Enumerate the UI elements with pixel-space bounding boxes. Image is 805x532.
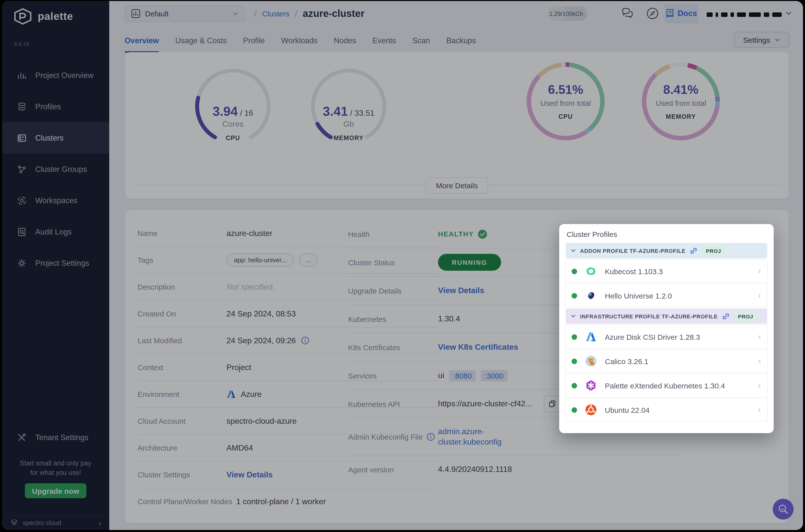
- chevron-right-icon: ›: [758, 290, 761, 301]
- popup-body: ADDON PROFILE TF-AZURE-PROFILE PROJ Kube…: [566, 243, 767, 421]
- status-dot: [572, 358, 577, 364]
- pxk-icon: [585, 380, 597, 392]
- profile-layer-name: Palette eXtended Kubernetes 1.30.4: [605, 381, 725, 390]
- status-dot: [572, 383, 577, 388]
- chevron-right-icon: ›: [758, 266, 761, 276]
- profile-layer-name: Azure Disk CSI Driver 1.28.3: [605, 332, 700, 341]
- profile-layer-kubecost[interactable]: Kubecost 1.103.3 ›: [566, 260, 767, 283]
- status-dot: [572, 334, 577, 340]
- status-dot: [572, 293, 577, 298]
- ubuntu-icon: [585, 404, 597, 416]
- profile-layer-ubuntu[interactable]: Ubuntu 22.04 ›: [566, 398, 767, 421]
- kubecost-icon: [585, 265, 597, 277]
- proj-badge: PROJ: [702, 246, 726, 255]
- hello-universe-icon: [585, 290, 597, 302]
- status-dot: [572, 407, 577, 413]
- profile-layer-name: Hello Universe 1.2.0: [605, 291, 672, 300]
- profile-layer-hello-universe[interactable]: Hello Universe 1.2.0 ›: [566, 284, 767, 307]
- profile-layer-calico[interactable]: Calico 3.26.1 ›: [566, 350, 767, 373]
- chevron-right-icon: ›: [758, 356, 761, 366]
- chevron-down-icon: [571, 315, 576, 318]
- infrastructure-profile-header[interactable]: INFRASTRUCTURE PROFILE TF-AZURE-PROFILE …: [566, 308, 767, 324]
- app-window: palette 4.4.19 Project Overview Profiles…: [2, 1, 803, 530]
- link-icon: [690, 247, 697, 254]
- proj-badge: PROJ: [733, 311, 758, 321]
- chevron-right-icon: ›: [758, 380, 761, 391]
- link-icon: [722, 312, 729, 320]
- status-dot: [572, 268, 577, 274]
- profile-layer-pxk[interactable]: Palette eXtended Kubernetes 1.30.4 ›: [566, 374, 767, 397]
- popup-title: Cluster Profiles: [567, 230, 767, 239]
- calico-icon: [585, 355, 597, 367]
- profile-layer-name: Ubuntu 22.04: [605, 405, 650, 414]
- profile-layer-azure-disk[interactable]: Azure Disk CSI Driver 1.28.3 ›: [566, 325, 767, 348]
- infrastructure-profile-label: INFRASTRUCTURE PROFILE TF-AZURE-PROFILE: [580, 313, 717, 319]
- azure-icon: [585, 331, 597, 343]
- chevron-down-icon: [571, 249, 576, 252]
- profile-layer-name: Kubecost 1.103.3: [605, 267, 663, 276]
- addon-profile-label: ADDON PROFILE TF-AZURE-PROFILE: [580, 248, 686, 253]
- addon-profile-header[interactable]: ADDON PROFILE TF-AZURE-PROFILE PROJ: [566, 243, 767, 258]
- chevron-right-icon: ›: [758, 405, 761, 415]
- cluster-profiles-popup: Cluster Profiles ADDON PROFILE TF-AZURE-…: [559, 224, 774, 433]
- profile-layer-name: Calico 3.26.1: [605, 357, 648, 365]
- chevron-right-icon: ›: [758, 332, 761, 342]
